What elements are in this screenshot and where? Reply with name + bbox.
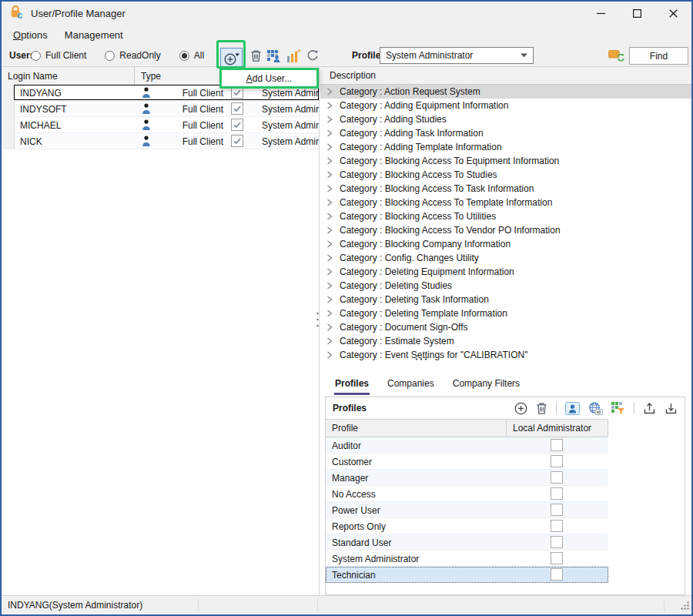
expand-chevron-icon[interactable] [326,226,333,234]
category-item[interactable]: Category : Blocking Access To Task Infor… [320,182,691,196]
profile-row-system-administrator[interactable]: System Administrator [326,551,608,567]
local-admin-checkbox[interactable] [551,439,563,451]
expand-chevron-icon[interactable] [326,282,333,290]
expand-chevron-icon[interactable] [326,199,333,206]
profile-row-standard-user[interactable]: Standard User [326,534,608,551]
category-label: Category : Adding Equipment Information [340,100,508,111]
chevron-right-icon [326,254,333,262]
status-divider [664,599,665,611]
close-button[interactable] [655,2,691,25]
local-admin-checkbox[interactable] [551,487,563,500]
expand-chevron-icon[interactable] [326,254,333,262]
profile-row-power-user[interactable]: Power User [326,502,608,518]
category-item[interactable]: Category : Blocking Access To Studies [320,168,691,182]
category-item[interactable]: Category : Blocking Access To Equipment … [320,154,691,168]
expand-chevron-icon[interactable] [326,240,333,248]
tab-company-filters[interactable]: Company Filters [452,374,521,395]
expand-chevron-icon[interactable] [326,116,333,123]
category-item[interactable]: Category : Deleting Template Information [320,306,691,320]
user-row-michael[interactable]: MICHAELFull ClientSystem Admir [2,117,319,133]
minimize-button[interactable] [583,2,619,25]
expand-chevron-icon[interactable] [326,143,333,151]
export-profiles-button[interactable] [643,402,656,415]
menu-item-management[interactable]: Management [56,26,132,44]
user-row-nick[interactable]: NICKFull ClientSystem Admir [2,133,319,149]
category-item[interactable]: Category : Blocking Company Information [320,237,691,251]
expand-chevron-icon[interactable] [326,88,333,95]
local-admin-checkbox[interactable] [551,520,563,532]
import-profiles-button[interactable] [665,402,678,415]
user-enabled-checkbox[interactable] [231,119,243,131]
local-admin-checkbox[interactable] [551,552,563,564]
category-item[interactable]: Category : Blocking Access To Utilities [320,209,691,223]
category-item[interactable]: Category : Blocking Access To Vendor PO … [320,223,691,237]
column-header-local-administrator[interactable]: Local Administrator [507,420,608,437]
profile-row-auditor[interactable]: Auditor [326,437,608,454]
category-item[interactable]: Category : Document Sign-Offs [320,320,691,334]
expand-chevron-icon[interactable] [326,323,333,331]
category-item[interactable]: Category : Config. Changes Utility [320,251,691,265]
expand-chevron-icon[interactable] [326,213,333,220]
expand-chevron-icon[interactable] [326,129,333,137]
expand-chevron-icon[interactable] [326,296,333,303]
category-item[interactable]: Category : Deleting Studies [320,279,691,293]
profile-view-button[interactable] [565,402,580,415]
expand-chevron-icon[interactable] [326,337,333,345]
profile-row-customer[interactable]: Customer [326,454,608,470]
category-item[interactable]: Category : Event Settings for "CALIBRATI… [320,348,691,362]
radio-readonly[interactable]: ReadOnly [105,50,160,61]
resize-grip[interactable] [680,601,690,613]
grid-filter-button[interactable] [611,402,625,415]
category-item[interactable]: Category : Action Request System [320,85,691,99]
local-admin-checkbox[interactable] [551,455,563,467]
profile-row-manager[interactable]: Manager [326,470,608,486]
user-row-indysoft[interactable]: INDYSOFTFull ClientSystem Admir [2,101,319,117]
expand-chevron-icon[interactable] [326,185,333,192]
category-item[interactable]: Category : Adding Task Information [320,126,691,140]
menu-item-options[interactable]: Options [5,26,56,44]
maximize-button[interactable] [619,2,655,25]
horizontal-splitter-grip[interactable] [414,353,428,363]
language-button[interactable]: ab [588,402,603,415]
category-item[interactable]: Category : Adding Studies [320,112,691,126]
radio-all[interactable]: All [179,50,204,61]
expand-chevron-icon[interactable] [326,310,333,317]
expand-chevron-icon[interactable] [326,102,333,109]
chart-add-button[interactable] [286,49,301,62]
tab-profiles[interactable]: Profiles [334,374,370,395]
user-enabled-checkbox[interactable] [231,102,243,115]
vertical-splitter-grip[interactable] [316,311,320,330]
radio-full-client[interactable]: Full Client [31,50,86,61]
delete-user-button[interactable] [248,49,263,62]
expand-chevron-icon[interactable] [326,351,333,359]
local-admin-checkbox[interactable] [551,504,563,516]
local-admin-checkbox[interactable] [551,471,563,484]
category-item[interactable]: Category : Deleting Equipment Informatio… [320,265,691,279]
delete-profile-button[interactable] [536,402,547,415]
profile-row-no-access[interactable]: No Access [326,486,608,502]
expand-chevron-icon[interactable] [326,171,333,179]
profile-row-technician[interactable]: Technician [326,567,608,583]
local-admin-checkbox[interactable] [551,536,563,548]
category-item[interactable]: Category : Adding Template Information [320,140,691,154]
sync-profile-icon[interactable] [608,49,625,64]
category-label: Category : Event Settings for "CALIBRATI… [340,350,527,360]
find-button[interactable]: Find [629,47,688,65]
category-item[interactable]: Category : Deleting Task Information [320,293,691,306]
category-item[interactable]: Category : Adding Equipment Information [320,99,691,112]
expand-chevron-icon[interactable] [326,268,333,276]
category-item[interactable]: Category : Blocking Access To Template I… [320,196,691,209]
category-item[interactable]: Category : Estimate System [320,334,691,348]
add-user-menu-item[interactable]: Add User... [219,68,319,89]
column-header-profile[interactable]: Profile [326,420,507,437]
column-header-login-name[interactable]: Login Name [2,67,135,85]
local-admin-checkbox[interactable] [551,568,563,581]
refresh-button[interactable] [305,49,320,62]
profile-select[interactable]: System Administrator [380,47,534,64]
user-grid-button[interactable] [266,49,282,62]
expand-chevron-icon[interactable] [326,157,333,165]
user-enabled-checkbox[interactable] [231,135,243,147]
tab-companies[interactable]: Companies [387,374,435,395]
profile-row-reports-only[interactable]: Reports Only [326,518,608,534]
add-profile-button[interactable] [514,402,527,415]
